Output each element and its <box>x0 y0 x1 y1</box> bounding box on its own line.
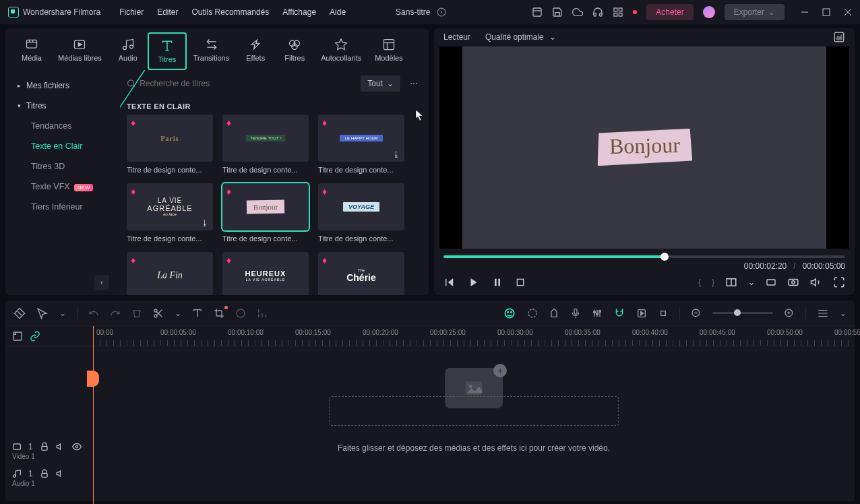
ai-tool-icon[interactable] <box>503 307 516 320</box>
camera-icon[interactable] <box>787 276 799 288</box>
stop-button[interactable] <box>515 277 526 288</box>
tab-stock[interactable]: Médias libres <box>51 32 109 70</box>
render-icon[interactable] <box>636 308 647 319</box>
title-card[interactable]: ♦TheChérie <box>318 252 404 295</box>
marker-icon[interactable] <box>549 308 559 319</box>
brace-close-icon[interactable]: } <box>712 278 714 287</box>
grid-icon[interactable] <box>613 7 623 18</box>
menu-edit[interactable]: Editer <box>157 7 178 17</box>
title-card[interactable]: ♦TENDRE TOUT !Titre de design conte... <box>222 115 309 174</box>
add-media-icon[interactable]: + <box>493 364 507 377</box>
chevron-down-icon[interactable]: ⌄ <box>840 309 847 318</box>
title-card[interactable]: ♦HEUREUXLA VIE AGRÉABLE <box>222 252 309 295</box>
undo-icon[interactable] <box>88 308 99 319</box>
cloud-icon[interactable] <box>572 7 583 18</box>
lock-icon[interactable] <box>40 442 49 451</box>
pointer-tool-icon[interactable] <box>36 307 49 319</box>
title-card[interactable]: ♦ParisTitre de design conte... <box>127 115 213 174</box>
scrub-handle[interactable] <box>661 253 669 261</box>
title-card[interactable]: ♦La Fin <box>127 252 213 295</box>
cut-icon[interactable] <box>153 308 164 319</box>
document-title[interactable]: Sans-titre <box>396 7 446 17</box>
eye-icon[interactable] <box>72 442 82 451</box>
tab-media[interactable]: Média <box>12 32 51 70</box>
layout-icon[interactable] <box>532 7 543 18</box>
zoom-in-icon[interactable] <box>784 308 795 319</box>
video-track-head[interactable]: 1 Vidéo 1 <box>5 441 93 468</box>
sidebar-item-trending[interactable]: Tendances <box>8 116 117 136</box>
prev-frame-button[interactable] <box>443 276 456 288</box>
delete-icon[interactable] <box>131 308 142 319</box>
text-tool-icon[interactable] <box>192 308 203 319</box>
mute-icon[interactable] <box>56 442 65 451</box>
sidebar-item-vfx[interactable]: Texte VFXNEW <box>8 177 117 197</box>
filter-dropdown[interactable]: Tout⌄ <box>361 75 400 92</box>
tracks-body[interactable]: + Faites glisser et déposez des médias e… <box>93 346 855 501</box>
download-icon[interactable]: ⭳ <box>201 218 209 228</box>
keyframe-icon[interactable] <box>658 308 669 319</box>
sidebar-item-lowerthird[interactable]: Tiers Inférieur <box>8 197 117 217</box>
sidebar-titles[interactable]: Titres <box>8 96 117 116</box>
brace-open-icon[interactable]: { <box>698 278 701 287</box>
tab-transitions[interactable]: Transitions <box>187 32 236 70</box>
maximize-icon[interactable] <box>822 8 830 16</box>
chevron-down-icon[interactable]: ⌄ <box>59 309 66 318</box>
buy-button[interactable]: Acheter <box>646 4 693 20</box>
tab-titles[interactable]: Titres <box>148 32 187 70</box>
adjust-tool-icon[interactable] <box>257 308 268 319</box>
close-icon[interactable] <box>844 8 852 16</box>
fullscreen-icon[interactable] <box>833 276 845 288</box>
sidebar-myfiles[interactable]: Mes fichiers <box>8 75 117 96</box>
scrub-bar[interactable] <box>434 249 855 258</box>
chevron-down-icon[interactable]: ⌄ <box>748 278 755 287</box>
audio-track-head[interactable]: 1 Audio 1 <box>5 468 93 495</box>
menu-help[interactable]: Aide <box>330 7 346 17</box>
chevron-down-icon[interactable]: ⌄ <box>175 309 181 318</box>
zoom-slider[interactable] <box>712 312 773 314</box>
diamond-tool-icon[interactable] <box>13 307 26 319</box>
mic-icon[interactable] <box>570 308 581 319</box>
track-view-icon[interactable] <box>817 307 829 319</box>
export-button[interactable]: Exporter⌄ <box>725 4 785 20</box>
more-button[interactable]: ⋯ <box>407 79 422 88</box>
aspect-icon[interactable] <box>766 277 776 288</box>
snapshot-icon[interactable] <box>833 31 845 43</box>
timeline-ruler[interactable]: 00:00 00:00:05:00 00:00:10:00 00:00:15:0… <box>93 326 855 346</box>
tab-effects[interactable]: Effets <box>236 32 275 70</box>
speed-icon[interactable] <box>527 308 538 319</box>
minimize-icon[interactable] <box>801 8 809 16</box>
menu-tools[interactable]: Outils Recommandés <box>192 7 270 17</box>
pause-button[interactable] <box>492 277 503 288</box>
search-input[interactable] <box>127 79 354 88</box>
volume-icon[interactable] <box>810 276 822 288</box>
quality-dropdown[interactable]: Qualité optimale⌄ <box>485 32 556 42</box>
play-button[interactable] <box>468 276 480 288</box>
menu-view[interactable]: Affichage <box>282 7 316 17</box>
tab-audio[interactable]: Audio <box>109 32 148 70</box>
preview-viewport[interactable]: Bonjour <box>439 46 849 249</box>
search-field[interactable] <box>140 79 354 88</box>
zoom-out-icon[interactable] <box>691 308 702 319</box>
sidebar-collapse-button[interactable]: ‹ <box>94 275 109 290</box>
link-icon[interactable] <box>30 331 40 342</box>
download-icon[interactable]: ⭳ <box>392 150 400 159</box>
title-card[interactable]: ♦BonjourTitre de design conte... <box>222 183 309 243</box>
sidebar-item-3d[interactable]: Titres 3D <box>8 156 117 177</box>
tab-stickers[interactable]: Autocollants <box>314 32 368 70</box>
mixer-icon[interactable] <box>592 308 603 319</box>
tab-filters[interactable]: Filtres <box>275 32 314 70</box>
color-tool-icon[interactable] <box>235 308 246 319</box>
headphones-icon[interactable] <box>592 7 603 18</box>
magnet-icon[interactable] <box>613 307 625 319</box>
avatar[interactable] <box>703 6 715 18</box>
title-card[interactable]: ♦LA VIEAGRÉABLEen face⭳Titre de design c… <box>127 183 213 243</box>
playhead[interactable] <box>93 326 94 504</box>
compare-icon[interactable] <box>725 276 737 288</box>
lock-icon[interactable] <box>40 469 49 478</box>
title-card[interactable]: ♦LE HAPPY HOUR⭳Titre de design conte... <box>318 115 404 174</box>
title-card[interactable]: ♦VOYAGETitre de design conte... <box>318 183 404 243</box>
timeline-dropzone[interactable] <box>329 396 619 426</box>
sidebar-item-plaintext[interactable]: Texte en Clair <box>8 136 117 156</box>
menu-file[interactable]: Fichier <box>119 7 144 17</box>
crop-tool-icon[interactable] <box>214 308 224 319</box>
